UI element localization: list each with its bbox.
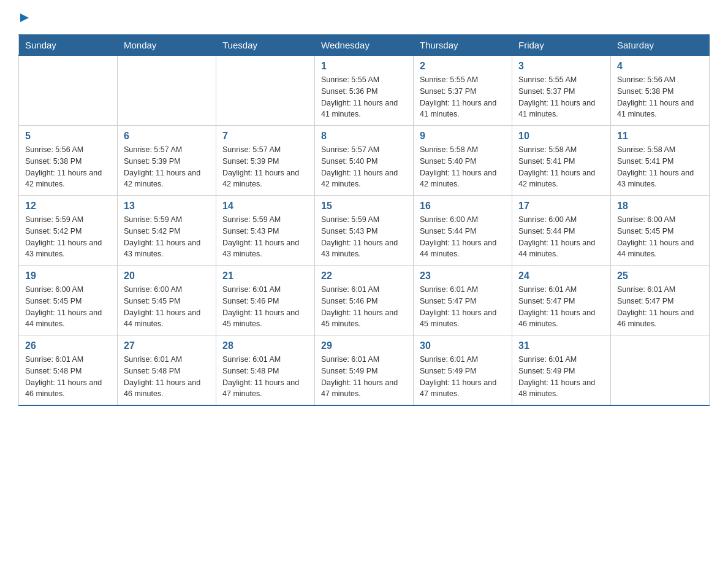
calendar-day-cell: 17Sunrise: 6:00 AM Sunset: 5:44 PM Dayli… (512, 196, 611, 266)
calendar-week-row: 1Sunrise: 5:55 AM Sunset: 5:36 PM Daylig… (19, 56, 710, 126)
calendar-day-cell: 2Sunrise: 5:55 AM Sunset: 5:37 PM Daylig… (414, 56, 512, 126)
day-number: 9 (420, 131, 506, 142)
day-info: Sunrise: 6:01 AM Sunset: 5:46 PM Dayligh… (222, 284, 308, 330)
day-number: 27 (124, 340, 210, 351)
page-header (18, 12, 710, 26)
day-info: Sunrise: 5:58 AM Sunset: 5:41 PM Dayligh… (518, 144, 604, 190)
calendar-day-cell: 20Sunrise: 6:00 AM Sunset: 5:45 PM Dayli… (118, 266, 216, 335)
day-number: 28 (222, 340, 308, 351)
calendar-day-header: Monday (118, 35, 216, 56)
calendar-day-cell (216, 56, 315, 126)
day-number: 25 (617, 270, 703, 282)
day-info: Sunrise: 5:56 AM Sunset: 5:38 PM Dayligh… (617, 74, 703, 120)
day-number: 23 (420, 270, 506, 282)
day-number: 31 (518, 340, 604, 351)
calendar-day-cell: 14Sunrise: 5:59 AM Sunset: 5:43 PM Dayli… (216, 196, 315, 266)
day-info: Sunrise: 5:59 AM Sunset: 5:43 PM Dayligh… (321, 214, 407, 260)
calendar-week-row: 26Sunrise: 6:01 AM Sunset: 5:48 PM Dayli… (19, 335, 710, 406)
day-info: Sunrise: 5:55 AM Sunset: 5:36 PM Dayligh… (321, 74, 407, 120)
day-number: 18 (617, 201, 703, 212)
day-info: Sunrise: 5:57 AM Sunset: 5:39 PM Dayligh… (124, 144, 210, 190)
day-info: Sunrise: 5:55 AM Sunset: 5:37 PM Dayligh… (420, 74, 506, 120)
day-info: Sunrise: 5:59 AM Sunset: 5:42 PM Dayligh… (124, 214, 210, 260)
calendar-day-cell: 15Sunrise: 5:59 AM Sunset: 5:43 PM Dayli… (315, 196, 414, 266)
calendar-day-cell: 18Sunrise: 6:00 AM Sunset: 5:45 PM Dayli… (611, 196, 710, 266)
day-number: 3 (518, 61, 604, 72)
day-info: Sunrise: 6:01 AM Sunset: 5:47 PM Dayligh… (518, 284, 604, 330)
day-info: Sunrise: 6:00 AM Sunset: 5:45 PM Dayligh… (124, 284, 210, 330)
day-info: Sunrise: 5:58 AM Sunset: 5:41 PM Dayligh… (617, 144, 703, 190)
day-info: Sunrise: 5:59 AM Sunset: 5:42 PM Dayligh… (25, 214, 111, 260)
day-info: Sunrise: 6:01 AM Sunset: 5:48 PM Dayligh… (124, 354, 210, 400)
day-info: Sunrise: 6:00 AM Sunset: 5:44 PM Dayligh… (518, 214, 604, 260)
calendar-day-cell: 24Sunrise: 6:01 AM Sunset: 5:47 PM Dayli… (512, 266, 611, 335)
calendar-day-cell (19, 56, 118, 126)
day-number: 7 (222, 131, 308, 142)
day-number: 22 (321, 270, 407, 282)
day-info: Sunrise: 5:57 AM Sunset: 5:40 PM Dayligh… (321, 144, 407, 190)
calendar-day-cell: 31Sunrise: 6:01 AM Sunset: 5:49 PM Dayli… (512, 335, 611, 406)
day-number: 26 (25, 340, 111, 351)
calendar-day-cell (118, 56, 216, 126)
day-info: Sunrise: 6:01 AM Sunset: 5:47 PM Dayligh… (420, 284, 506, 330)
calendar-day-cell: 8Sunrise: 5:57 AM Sunset: 5:40 PM Daylig… (315, 126, 414, 196)
calendar-day-cell: 21Sunrise: 6:01 AM Sunset: 5:46 PM Dayli… (216, 266, 315, 335)
calendar-day-cell: 11Sunrise: 5:58 AM Sunset: 5:41 PM Dayli… (611, 126, 710, 196)
calendar-week-row: 12Sunrise: 5:59 AM Sunset: 5:42 PM Dayli… (19, 196, 710, 266)
day-number: 16 (420, 201, 506, 212)
day-number: 21 (222, 270, 308, 282)
day-number: 15 (321, 201, 407, 212)
day-number: 6 (124, 131, 210, 142)
day-number: 5 (25, 131, 111, 142)
day-number: 12 (25, 201, 111, 212)
calendar-day-cell: 4Sunrise: 5:56 AM Sunset: 5:38 PM Daylig… (611, 56, 710, 126)
day-info: Sunrise: 6:00 AM Sunset: 5:44 PM Dayligh… (420, 214, 506, 260)
day-info: Sunrise: 6:01 AM Sunset: 5:49 PM Dayligh… (518, 354, 604, 400)
day-info: Sunrise: 5:55 AM Sunset: 5:37 PM Dayligh… (518, 74, 604, 120)
day-info: Sunrise: 6:01 AM Sunset: 5:48 PM Dayligh… (25, 354, 111, 400)
day-number: 2 (420, 61, 506, 72)
calendar-day-cell: 1Sunrise: 5:55 AM Sunset: 5:36 PM Daylig… (315, 56, 414, 126)
calendar-day-cell: 9Sunrise: 5:58 AM Sunset: 5:40 PM Daylig… (414, 126, 512, 196)
calendar-day-cell: 23Sunrise: 6:01 AM Sunset: 5:47 PM Dayli… (414, 266, 512, 335)
calendar-table: SundayMondayTuesdayWednesdayThursdayFrid… (18, 34, 710, 406)
day-info: Sunrise: 5:56 AM Sunset: 5:38 PM Dayligh… (25, 144, 111, 190)
calendar-week-row: 19Sunrise: 6:00 AM Sunset: 5:45 PM Dayli… (19, 266, 710, 335)
day-number: 10 (518, 131, 604, 142)
day-info: Sunrise: 5:57 AM Sunset: 5:39 PM Dayligh… (222, 144, 308, 190)
day-info: Sunrise: 5:58 AM Sunset: 5:40 PM Dayligh… (420, 144, 506, 190)
day-info: Sunrise: 6:01 AM Sunset: 5:49 PM Dayligh… (420, 354, 506, 400)
calendar-day-cell: 22Sunrise: 6:01 AM Sunset: 5:46 PM Dayli… (315, 266, 414, 335)
calendar-week-row: 5Sunrise: 5:56 AM Sunset: 5:38 PM Daylig… (19, 126, 710, 196)
calendar-day-cell: 10Sunrise: 5:58 AM Sunset: 5:41 PM Dayli… (512, 126, 611, 196)
calendar-day-cell: 12Sunrise: 5:59 AM Sunset: 5:42 PM Dayli… (19, 196, 118, 266)
calendar-day-cell: 16Sunrise: 6:00 AM Sunset: 5:44 PM Dayli… (414, 196, 512, 266)
calendar-day-cell: 29Sunrise: 6:01 AM Sunset: 5:49 PM Dayli… (315, 335, 414, 406)
day-info: Sunrise: 6:01 AM Sunset: 5:48 PM Dayligh… (222, 354, 308, 400)
calendar-day-cell: 3Sunrise: 5:55 AM Sunset: 5:37 PM Daylig… (512, 56, 611, 126)
day-number: 17 (518, 201, 604, 212)
day-info: Sunrise: 6:01 AM Sunset: 5:47 PM Dayligh… (617, 284, 703, 330)
day-number: 8 (321, 131, 407, 142)
calendar-day-cell (611, 335, 710, 406)
calendar-day-cell: 28Sunrise: 6:01 AM Sunset: 5:48 PM Dayli… (216, 335, 315, 406)
calendar-day-header: Saturday (611, 35, 710, 56)
day-info: Sunrise: 6:01 AM Sunset: 5:49 PM Dayligh… (321, 354, 407, 400)
day-number: 20 (124, 270, 210, 282)
calendar-day-cell: 5Sunrise: 5:56 AM Sunset: 5:38 PM Daylig… (19, 126, 118, 196)
calendar-day-cell: 13Sunrise: 5:59 AM Sunset: 5:42 PM Dayli… (118, 196, 216, 266)
day-number: 14 (222, 201, 308, 212)
calendar-day-cell: 27Sunrise: 6:01 AM Sunset: 5:48 PM Dayli… (118, 335, 216, 406)
logo (18, 12, 31, 26)
calendar-day-header: Friday (512, 35, 611, 56)
calendar-day-cell: 6Sunrise: 5:57 AM Sunset: 5:39 PM Daylig… (118, 126, 216, 196)
day-number: 30 (420, 340, 506, 351)
day-number: 1 (321, 61, 407, 72)
calendar-day-cell: 19Sunrise: 6:00 AM Sunset: 5:45 PM Dayli… (19, 266, 118, 335)
calendar-header-row: SundayMondayTuesdayWednesdayThursdayFrid… (19, 35, 710, 56)
day-number: 29 (321, 340, 407, 351)
day-info: Sunrise: 6:01 AM Sunset: 5:46 PM Dayligh… (321, 284, 407, 330)
calendar-day-header: Sunday (19, 35, 118, 56)
day-number: 11 (617, 131, 703, 142)
day-number: 19 (25, 270, 111, 282)
